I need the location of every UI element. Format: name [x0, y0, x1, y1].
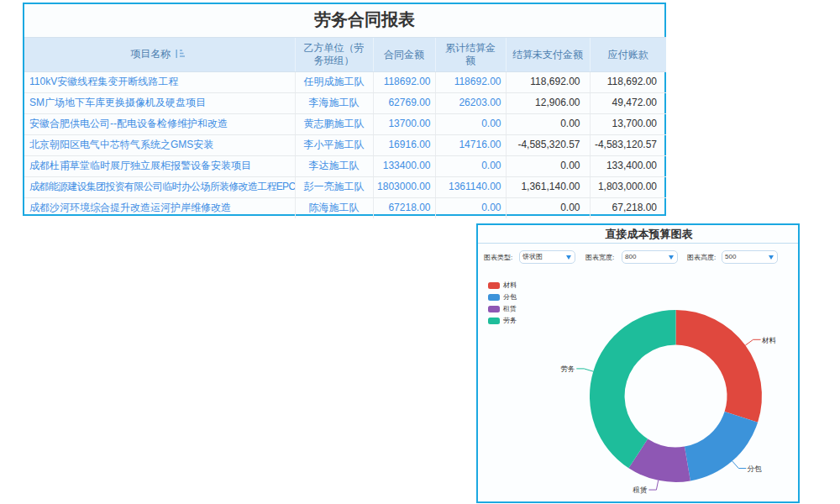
- svg-text:材料: 材料: [761, 336, 777, 344]
- svg-text:租赁: 租赁: [632, 486, 648, 494]
- svg-text:劳务: 劳务: [561, 365, 575, 373]
- svg-text:分包: 分包: [748, 465, 763, 473]
